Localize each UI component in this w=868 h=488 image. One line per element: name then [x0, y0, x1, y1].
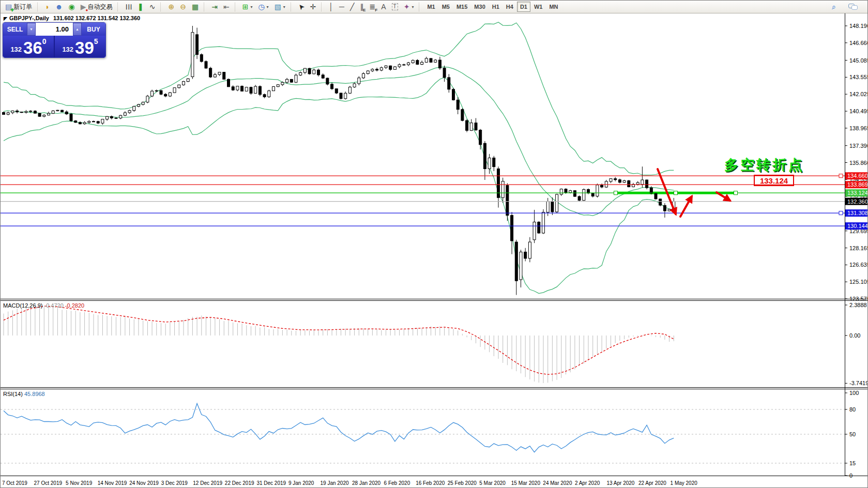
- timeframe-h4[interactable]: H4: [503, 2, 516, 12]
- timeframe-m30[interactable]: M30: [471, 2, 488, 12]
- crosshair-button[interactable]: ✛: [308, 2, 319, 12]
- fibonacci-button[interactable]: ≣F: [367, 2, 378, 12]
- pane-borders: [1, 13, 868, 476]
- strategy-tester-icon[interactable]: ☻: [53, 2, 66, 12]
- toolbar-group: ⇥⇤: [209, 2, 232, 12]
- zoom-out-button[interactable]: ⊖: [177, 2, 189, 12]
- chat-icon[interactable]: [846, 2, 860, 12]
- sell-button[interactable]: SELL: [3, 23, 27, 36]
- timeframe-m1[interactable]: M1: [424, 2, 438, 12]
- time-axis-label: 1 May 2020: [671, 480, 697, 486]
- timeframe-m15[interactable]: M15: [453, 2, 470, 12]
- line-chart-button[interactable]: ∿: [147, 2, 158, 12]
- toolbar-separator: [117, 3, 120, 11]
- chat-icon: [848, 3, 858, 11]
- turning-point-annotation[interactable]: 多空转折点: [724, 156, 804, 174]
- megaphone-icon[interactable]: ◗: [42, 2, 52, 12]
- toolbar-groups: ▤✚新订单◗☻◉▶●自动交易☰❚∿⊕⊖▦⇥⇤⊞▾◷▾▧▾➤✛│─╱∥E≣FAT✦…: [3, 2, 561, 12]
- toolbar-group: ◗☻◉▶●自动交易: [42, 2, 115, 12]
- volume-increase-button[interactable]: ▲: [73, 23, 82, 36]
- horizontal-line-icon: ─: [339, 3, 344, 11]
- channel-button-badge: E: [363, 8, 366, 12]
- bar-chart-button[interactable]: ☰: [123, 2, 134, 12]
- signals-icon[interactable]: ◉: [66, 2, 77, 12]
- cursor-button[interactable]: ➤: [296, 2, 307, 12]
- new-order-button[interactable]: ▤✚新订单: [3, 2, 35, 12]
- time-axis-label: 7 Oct 2019: [2, 480, 27, 486]
- time-axis-label: 14 Nov 2019: [98, 480, 127, 486]
- search-icon[interactable]: ⌕: [829, 2, 839, 12]
- bollinger-bands: [4, 22, 674, 294]
- timeframe-mn[interactable]: MN: [546, 2, 561, 12]
- price-level-annotation[interactable]: 133.124: [754, 175, 794, 186]
- channel-icon: ∥E: [360, 3, 363, 11]
- chart-region[interactable]: 148.190146.660145.085143.555142.025140.4…: [1, 13, 868, 488]
- vertical-line-button[interactable]: │: [326, 2, 336, 12]
- tile-windows-button[interactable]: ▦: [189, 2, 201, 12]
- horizontal-line-button[interactable]: ─: [337, 2, 347, 12]
- svg-text:146.660: 146.660: [849, 40, 868, 46]
- toolbar-group: ☰❚∿: [123, 2, 158, 12]
- time-axis-label: 15 Mar 2020: [511, 480, 540, 486]
- sell-price[interactable]: 132360: [3, 36, 54, 57]
- time-axis-label: 9 Jan 2020: [288, 480, 314, 486]
- chart-ohlc: 131.602 132.672 131.542 132.360: [53, 15, 140, 21]
- indicators-button[interactable]: ⊞▾: [240, 2, 255, 12]
- volume-input[interactable]: [36, 23, 73, 36]
- zoom-in-button[interactable]: ⊕: [165, 2, 177, 12]
- auto-scroll-button[interactable]: ⇥: [209, 2, 220, 12]
- time-axis-label: 27 Oct 2019: [34, 480, 62, 486]
- channel-button[interactable]: ∥E: [357, 2, 366, 12]
- autotrading-icon: ▶●: [81, 3, 86, 11]
- chart-shift-button[interactable]: ⇤: [221, 2, 232, 12]
- text-label-button[interactable]: T: [389, 2, 401, 12]
- toolbar-separator: [235, 3, 237, 11]
- chart-canvas[interactable]: 148.190146.660145.085143.555142.025140.4…: [1, 13, 868, 488]
- autotrading-button-label: 自动交易: [87, 3, 112, 11]
- arrows-button[interactable]: ✦▾: [401, 2, 417, 12]
- time-axis-label: 3 Dec 2019: [161, 480, 188, 486]
- signals-icon-icon: ◉: [68, 3, 74, 11]
- sell-price-prefix: 132: [10, 45, 22, 55]
- timeframe-h1[interactable]: H1: [489, 2, 502, 12]
- horizontal-lines[interactable]: [1, 176, 845, 226]
- autotrading-button[interactable]: ▶●自动交易: [78, 2, 115, 12]
- timeframe-d1[interactable]: D1: [517, 2, 530, 12]
- buy-price[interactable]: 132395: [55, 36, 105, 57]
- period-button[interactable]: ◷▾: [255, 2, 271, 12]
- buy-button[interactable]: BUY: [82, 23, 105, 36]
- buy-price-prefix: 132: [62, 45, 73, 55]
- volume-decrease-button[interactable]: ▼: [27, 23, 36, 36]
- sell-price-point: 0: [42, 37, 47, 45]
- macd-value: -0.4720: [44, 302, 63, 309]
- candlestick-chart-button[interactable]: ❚: [135, 2, 146, 12]
- time-axis[interactable]: 7 Oct 201927 Oct 20195 Nov 201914 Nov 20…: [1, 477, 845, 488]
- macd-signal-value: -0.2820: [65, 302, 84, 309]
- svg-text:133.869: 133.869: [847, 181, 868, 188]
- svg-text:130.144: 130.144: [847, 223, 868, 229]
- template-button[interactable]: ▧▾: [272, 2, 288, 12]
- search-icon-icon: ⌕: [832, 3, 836, 11]
- trendline-button[interactable]: ╱: [347, 2, 357, 12]
- svg-text:142.025: 142.025: [849, 91, 868, 97]
- buy-price-pips: 39: [75, 41, 94, 55]
- svg-text:133.124: 133.124: [847, 190, 868, 196]
- mt4-window: ▤✚新订单◗☻◉▶●自动交易☰❚∿⊕⊖▦⇥⇤⊞▾◷▾▧▾➤✛│─╱∥E≣FAT✦…: [0, 0, 868, 488]
- timeframe-group: M1M5M15M30H1H4D1W1MN: [424, 2, 561, 12]
- svg-text:137.390: 137.390: [849, 143, 868, 149]
- line-chart-icon: ∿: [149, 3, 156, 11]
- timeframe-m5[interactable]: M5: [439, 2, 453, 12]
- svg-text:145.085: 145.085: [849, 57, 868, 64]
- timeframe-w1[interactable]: W1: [531, 2, 546, 12]
- svg-text:100: 100: [849, 390, 859, 396]
- time-axis-label: 6 Feb 2020: [384, 480, 410, 486]
- candlestick-chart-icon: ❚: [138, 3, 144, 11]
- svg-text:80: 80: [849, 406, 856, 413]
- time-axis-label: 31 Dec 2019: [256, 480, 286, 486]
- svg-text:143.555: 143.555: [849, 74, 868, 80]
- time-axis-label: 24 Mar 2020: [543, 480, 572, 486]
- trade-panel-prices: 132360 132395: [3, 36, 105, 57]
- text-button[interactable]: A: [378, 2, 388, 12]
- svg-text:126.635: 126.635: [849, 262, 868, 268]
- svg-text:-3.7419: -3.7419: [849, 380, 868, 386]
